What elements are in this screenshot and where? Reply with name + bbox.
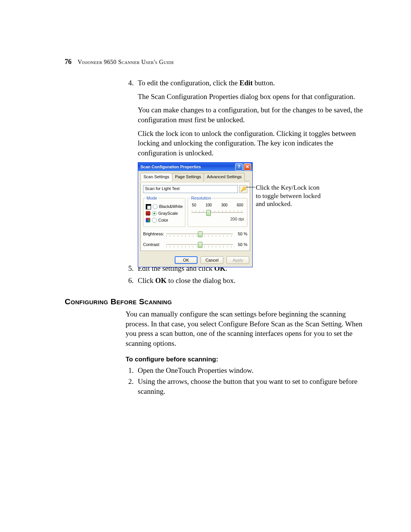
page: 76 Visioneer 9650 Scanner User's Guide T… — [0, 0, 411, 532]
mode-gs-radio[interactable] — [152, 211, 157, 216]
cancel-button[interactable]: Cancel — [201, 256, 223, 264]
section-body: You can manually configure the scan sett… — [126, 309, 369, 348]
contrast-row: Contrast: 50 % — [143, 241, 247, 248]
res-tick-50: 50 — [192, 203, 196, 208]
dialog-body: Scan Settings Page Settings Advanced Set… — [138, 171, 252, 253]
dialog-title: Scan Configuration Properties — [140, 164, 234, 170]
mode-bw-radio[interactable] — [153, 204, 158, 209]
step-4: To edit the configuration, click the Edi… — [135, 78, 369, 257]
step-list-top: To edit the configuration, click the Edi… — [126, 78, 369, 286]
mode-bw-icon — [146, 204, 151, 209]
mode-bw[interactable]: Black&White — [146, 204, 183, 209]
step4-edit-bold: Edit — [239, 79, 253, 87]
brightness-slider[interactable] — [166, 231, 233, 238]
resolution-thumb[interactable] — [206, 210, 211, 216]
mode-grayscale[interactable]: GrayScale — [146, 211, 183, 216]
config-name-input[interactable]: Scan for Light Text — [143, 185, 238, 193]
lock-icon[interactable]: 🔑 — [239, 185, 247, 193]
tab-panel: Scan for Light Text 🔑 Mode — [140, 183, 250, 251]
resolution-group: Resolution 50 100 300 600 — [188, 195, 247, 227]
step4-p2: The Scan Configuration Properties dialog… — [138, 92, 369, 102]
contrast-thumb[interactable] — [198, 242, 202, 248]
page-number: 76 — [65, 58, 72, 66]
body-column: To edit the configuration, click the Edi… — [126, 78, 369, 396]
section-heading: Configuring Before Scanning — [65, 296, 369, 307]
brightness-row: Brightness: 50 % — [143, 231, 247, 238]
sub-heading: To configure before scanning: — [126, 355, 369, 364]
apply-button[interactable]: Apply — [226, 256, 249, 264]
res-tick-600: 600 — [237, 203, 243, 208]
tabs: Scan Settings Page Settings Advanced Set… — [140, 173, 250, 181]
callout-text: Click the Key/Lock icon to toggle betwee… — [256, 184, 322, 208]
step4-a: To edit the configuration, click the — [138, 79, 239, 87]
step4-p3: You can make changes to a configuration,… — [138, 105, 369, 125]
running-head: 76 Visioneer 9650 Scanner User's Guide — [65, 58, 369, 66]
mode-gs-icon — [146, 211, 150, 216]
titlebar[interactable]: Scan Configuration Properties ? ✕ — [138, 163, 252, 171]
resolution-legend: Resolution — [190, 195, 212, 201]
scan-config-dialog: Scan Configuration Properties ? ✕ Scan S… — [138, 162, 253, 267]
mode-legend: Mode — [146, 195, 158, 201]
ok-button[interactable]: OK — [175, 256, 198, 264]
brightness-label: Brightness: — [143, 231, 164, 237]
close-icon[interactable]: ✕ — [244, 163, 251, 171]
resolution-tick-labels: 50 100 300 600 — [190, 203, 245, 208]
tab-page-settings[interactable]: Page Settings — [172, 173, 204, 181]
callout-leader — [246, 187, 255, 187]
step6-ok: OK — [155, 276, 167, 284]
contrast-label: Contrast: — [143, 242, 164, 248]
brightness-value: 50 % — [235, 231, 247, 237]
step4-c: button. — [253, 79, 275, 87]
mode-group: Mode Black&White — [143, 195, 185, 227]
panels: Mode Black&White — [143, 195, 247, 227]
res-tick-300: 300 — [221, 203, 228, 208]
mode-bw-label: Black&White — [159, 204, 183, 209]
mode-gs-label: GrayScale — [158, 211, 178, 216]
tab-advanced-settings[interactable]: Advanced Settings — [204, 173, 245, 181]
dialog-figure: Scan Configuration Properties ? ✕ Scan S… — [138, 162, 369, 257]
dialog-buttons: OK Cancel Apply — [138, 253, 252, 267]
brightness-thumb[interactable] — [198, 231, 202, 237]
mode-color-icon — [146, 218, 150, 222]
configure-step-2: Using the arrows, choose the button that… — [135, 377, 369, 396]
step4-p4: Click the lock icon to unlock the config… — [138, 129, 369, 158]
book-title: Visioneer 9650 Scanner User's Guide — [78, 59, 174, 65]
contrast-slider[interactable] — [166, 241, 233, 248]
step-6: Click OK to close the dialog box. — [135, 276, 369, 286]
resolution-slider[interactable] — [192, 209, 243, 216]
configure-steps: Open the OneTouch Properties window. Usi… — [126, 366, 369, 396]
config-name-row: Scan for Light Text 🔑 — [143, 185, 247, 193]
configure-step-1: Open the OneTouch Properties window. — [135, 366, 369, 375]
mode-color-radio[interactable] — [152, 218, 157, 223]
step6-a: Click — [138, 276, 155, 284]
res-tick-100: 100 — [206, 203, 212, 208]
step6-c: to close the dialog box. — [166, 276, 236, 284]
help-icon[interactable]: ? — [235, 163, 243, 171]
tab-scan-settings[interactable]: Scan Settings — [140, 173, 172, 181]
mode-color-label: Color — [158, 217, 168, 223]
mode-color[interactable]: Color — [146, 217, 183, 223]
contrast-value: 50 % — [235, 242, 247, 248]
resolution-value: 200 dpi — [190, 216, 245, 222]
